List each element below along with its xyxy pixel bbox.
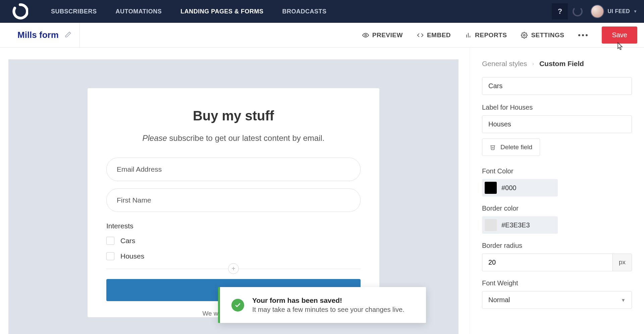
- chevron-right-icon: ›: [532, 61, 534, 66]
- font-color-label: Font Color: [482, 167, 632, 175]
- border-radius-field: px: [482, 254, 632, 271]
- sub-header: Mills form PREVIEW EMBED REPORTS SETTING…: [0, 23, 644, 48]
- crumb-general-styles[interactable]: General styles: [482, 60, 527, 68]
- toast-body: It may take a few minutes to see your ch…: [252, 306, 405, 314]
- delete-field-button[interactable]: Delete field: [482, 138, 540, 156]
- checkbox-row-cars[interactable]: Cars: [106, 237, 361, 245]
- divider: [79, 23, 80, 48]
- embed-button[interactable]: EMBED: [417, 32, 451, 39]
- border-radius-input[interactable]: [482, 254, 612, 271]
- breadcrumb: General styles › Custom Field: [482, 60, 632, 68]
- svg-point-0: [365, 34, 366, 36]
- properties-panel: General styles › Custom Field Label for …: [470, 48, 644, 334]
- top-nav: SUBSCRIBERS AUTOMATIONS LANDING PAGES & …: [0, 0, 644, 23]
- delete-field-label: Delete field: [500, 144, 532, 151]
- form-subheading[interactable]: Please subscribe to get our latest conte…: [106, 133, 361, 143]
- option-cars-input[interactable]: [482, 77, 632, 95]
- sub-italic: Please: [143, 133, 167, 143]
- email-input[interactable]: [106, 158, 361, 181]
- nav-landing-forms[interactable]: LANDING PAGES & FORMS: [171, 8, 273, 15]
- save-toast: Your form has been saved! It may take a …: [218, 287, 426, 323]
- user-label: UI FEED: [607, 8, 630, 14]
- border-color-label: Border color: [482, 205, 632, 212]
- checkbox-icon[interactable]: [106, 252, 114, 260]
- nav-automations[interactable]: AUTOMATIONS: [106, 8, 171, 15]
- app-logo[interactable]: [12, 3, 28, 19]
- reports-label: REPORTS: [475, 32, 507, 39]
- chart-icon: [465, 32, 472, 39]
- eye-icon: [362, 32, 369, 39]
- chevron-down-icon: ▼: [633, 9, 637, 14]
- checkbox-label-cars: Cars: [120, 237, 135, 245]
- sub-rest: subscribe to get our latest content by e…: [167, 133, 325, 143]
- preview-button[interactable]: PREVIEW: [362, 32, 403, 39]
- trash-icon: [490, 144, 496, 150]
- nav-links: SUBSCRIBERS AUTOMATIONS LANDING PAGES & …: [42, 8, 336, 15]
- form-heading[interactable]: Buy my stuff: [106, 108, 361, 123]
- checkbox-icon[interactable]: [106, 237, 114, 245]
- border-color-value: #E3E3E3: [501, 221, 530, 229]
- font-weight-select[interactable]: Normal ▼: [482, 291, 632, 309]
- settings-label: SETTINGS: [531, 32, 564, 39]
- font-weight-value: Normal: [488, 296, 510, 304]
- label-houses-caption: Label for Houses: [482, 104, 632, 111]
- border-color-picker[interactable]: #E3E3E3: [482, 216, 558, 234]
- check-circle-icon: [231, 299, 244, 312]
- add-field-divider: +: [106, 268, 361, 269]
- gear-icon: [521, 32, 528, 39]
- preview-label: PREVIEW: [372, 32, 403, 39]
- firstname-input[interactable]: [106, 188, 361, 212]
- more-button[interactable]: [578, 34, 588, 36]
- border-radius-label: Border radius: [482, 242, 632, 249]
- checkbox-row-houses[interactable]: Houses: [106, 252, 361, 260]
- code-icon: [417, 32, 424, 39]
- plus-icon: +: [231, 265, 235, 273]
- cursor-icon: [616, 42, 624, 51]
- checkbox-label-houses: Houses: [120, 252, 144, 260]
- label-houses-input[interactable]: [482, 115, 632, 133]
- reports-button[interactable]: REPORTS: [465, 32, 507, 39]
- interests-label: Interests: [106, 222, 361, 230]
- nav-subscribers[interactable]: SUBSCRIBERS: [42, 8, 106, 15]
- form-preview-card[interactable]: Buy my stuff Please subscribe to get our…: [88, 88, 379, 317]
- font-weight-label: Font Weight: [482, 279, 632, 287]
- help-button[interactable]: ?: [552, 3, 568, 19]
- crumb-custom-field: Custom Field: [539, 60, 584, 68]
- font-color-picker[interactable]: #000: [482, 179, 558, 197]
- user-menu[interactable]: UI FEED ▼: [591, 5, 637, 18]
- unit-label: px: [612, 254, 632, 271]
- add-field-button[interactable]: +: [228, 263, 239, 274]
- loading-spinner-icon: [573, 6, 583, 16]
- svg-point-4: [524, 34, 525, 36]
- color-swatch-icon: [485, 182, 497, 194]
- font-color-value: #000: [501, 184, 517, 192]
- settings-button[interactable]: SETTINGS: [521, 32, 564, 39]
- avatar-icon: [591, 5, 604, 18]
- toast-title: Your form has been saved!: [252, 296, 405, 304]
- edit-icon[interactable]: [65, 31, 71, 39]
- color-swatch-icon: [485, 219, 497, 231]
- nav-broadcasts[interactable]: BROADCASTS: [273, 8, 336, 15]
- form-title: Mills form: [17, 30, 59, 40]
- chevron-down-icon: ▼: [621, 297, 626, 303]
- save-button[interactable]: Save: [602, 26, 637, 44]
- embed-label: EMBED: [427, 32, 451, 39]
